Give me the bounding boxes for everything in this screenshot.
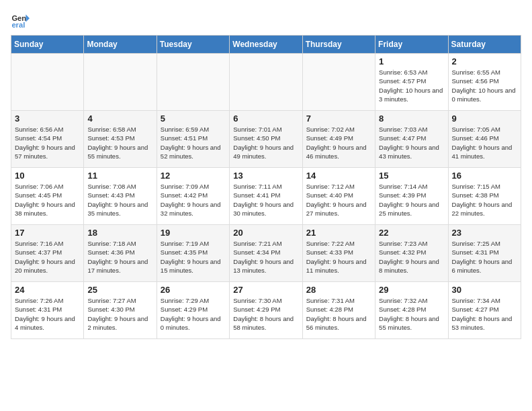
day-number: 18 bbox=[87, 228, 152, 238]
logo: Gen eral bbox=[11, 11, 32, 30]
day-cell: 5Sunrise: 6:59 AM Sunset: 4:51 PM Daylig… bbox=[157, 111, 229, 168]
day-number: 4 bbox=[87, 113, 152, 124]
day-info: Sunrise: 6:58 AM Sunset: 4:53 PM Dayligh… bbox=[87, 125, 152, 161]
day-cell: 3Sunrise: 6:56 AM Sunset: 4:54 PM Daylig… bbox=[11, 111, 84, 168]
day-info: Sunrise: 7:27 AM Sunset: 4:30 PM Dayligh… bbox=[87, 296, 152, 332]
day-info: Sunrise: 7:34 AM Sunset: 4:27 PM Dayligh… bbox=[452, 296, 517, 332]
day-number: 17 bbox=[15, 228, 80, 238]
day-number: 20 bbox=[233, 228, 298, 238]
day-info: Sunrise: 7:29 AM Sunset: 4:29 PM Dayligh… bbox=[161, 296, 226, 332]
day-number: 21 bbox=[306, 228, 371, 238]
day-info: Sunrise: 7:23 AM Sunset: 4:32 PM Dayligh… bbox=[379, 239, 444, 275]
day-number: 3 bbox=[15, 113, 80, 124]
day-cell bbox=[302, 54, 375, 111]
day-cell: 4Sunrise: 6:58 AM Sunset: 4:53 PM Daylig… bbox=[84, 111, 157, 168]
day-number: 1 bbox=[379, 56, 444, 66]
day-number: 30 bbox=[452, 285, 517, 295]
day-number: 25 bbox=[87, 285, 152, 295]
day-cell: 8Sunrise: 7:03 AM Sunset: 4:47 PM Daylig… bbox=[375, 111, 448, 168]
day-cell bbox=[11, 54, 84, 111]
day-cell: 13Sunrise: 7:11 AM Sunset: 4:41 PM Dayli… bbox=[230, 168, 302, 225]
day-info: Sunrise: 6:59 AM Sunset: 4:51 PM Dayligh… bbox=[161, 125, 226, 161]
day-cell: 15Sunrise: 7:14 AM Sunset: 4:39 PM Dayli… bbox=[375, 168, 448, 225]
day-info: Sunrise: 7:25 AM Sunset: 4:31 PM Dayligh… bbox=[452, 239, 517, 275]
day-cell: 16Sunrise: 7:15 AM Sunset: 4:38 PM Dayli… bbox=[448, 168, 521, 225]
day-info: Sunrise: 7:18 AM Sunset: 4:36 PM Dayligh… bbox=[87, 239, 152, 275]
header-row: SundayMondayTuesdayWednesdayThursdayFrid… bbox=[11, 36, 521, 54]
day-number: 11 bbox=[87, 171, 152, 181]
day-cell: 6Sunrise: 7:01 AM Sunset: 4:50 PM Daylig… bbox=[230, 111, 302, 168]
header: Gen eral bbox=[11, 11, 521, 30]
day-cell: 26Sunrise: 7:29 AM Sunset: 4:29 PM Dayli… bbox=[157, 282, 229, 339]
day-number: 14 bbox=[306, 171, 371, 181]
svg-marker-2 bbox=[26, 15, 30, 22]
day-number: 27 bbox=[233, 285, 298, 295]
day-cell: 23Sunrise: 7:25 AM Sunset: 4:31 PM Dayli… bbox=[448, 225, 521, 282]
header-cell-sunday: Sunday bbox=[11, 36, 84, 54]
day-number: 9 bbox=[452, 113, 517, 124]
day-info: Sunrise: 7:30 AM Sunset: 4:29 PM Dayligh… bbox=[233, 296, 298, 332]
day-info: Sunrise: 6:56 AM Sunset: 4:54 PM Dayligh… bbox=[15, 125, 80, 161]
day-cell: 11Sunrise: 7:08 AM Sunset: 4:43 PM Dayli… bbox=[84, 168, 157, 225]
day-cell: 19Sunrise: 7:19 AM Sunset: 4:35 PM Dayli… bbox=[157, 225, 229, 282]
day-cell: 1Sunrise: 6:53 AM Sunset: 4:57 PM Daylig… bbox=[375, 54, 448, 111]
day-number: 5 bbox=[161, 113, 226, 124]
day-info: Sunrise: 6:53 AM Sunset: 4:57 PM Dayligh… bbox=[379, 68, 444, 103]
header-cell-thursday: Thursday bbox=[302, 36, 375, 54]
day-number: 15 bbox=[379, 171, 444, 181]
day-cell: 14Sunrise: 7:12 AM Sunset: 4:40 PM Dayli… bbox=[302, 168, 375, 225]
day-number: 10 bbox=[15, 171, 80, 181]
day-cell: 24Sunrise: 7:26 AM Sunset: 4:31 PM Dayli… bbox=[11, 282, 84, 339]
day-cell: 12Sunrise: 7:09 AM Sunset: 4:42 PM Dayli… bbox=[157, 168, 229, 225]
header-cell-friday: Friday bbox=[375, 36, 448, 54]
day-number: 8 bbox=[379, 113, 444, 124]
day-number: 19 bbox=[161, 228, 226, 238]
day-number: 29 bbox=[379, 285, 444, 295]
day-cell: 17Sunrise: 7:16 AM Sunset: 4:37 PM Dayli… bbox=[11, 225, 84, 282]
day-info: Sunrise: 7:16 AM Sunset: 4:37 PM Dayligh… bbox=[15, 239, 80, 275]
day-cell: 30Sunrise: 7:34 AM Sunset: 4:27 PM Dayli… bbox=[448, 282, 521, 339]
day-cell: 22Sunrise: 7:23 AM Sunset: 4:32 PM Dayli… bbox=[375, 225, 448, 282]
day-info: Sunrise: 7:03 AM Sunset: 4:47 PM Dayligh… bbox=[379, 125, 444, 161]
day-info: Sunrise: 7:11 AM Sunset: 4:41 PM Dayligh… bbox=[233, 182, 298, 218]
day-cell bbox=[84, 54, 157, 111]
day-info: Sunrise: 7:21 AM Sunset: 4:34 PM Dayligh… bbox=[233, 239, 298, 275]
day-cell: 28Sunrise: 7:31 AM Sunset: 4:28 PM Dayli… bbox=[302, 282, 375, 339]
day-number: 23 bbox=[452, 228, 517, 238]
day-info: Sunrise: 7:32 AM Sunset: 4:28 PM Dayligh… bbox=[379, 296, 444, 332]
day-cell: 7Sunrise: 7:02 AM Sunset: 4:49 PM Daylig… bbox=[302, 111, 375, 168]
day-info: Sunrise: 7:05 AM Sunset: 4:46 PM Dayligh… bbox=[452, 125, 517, 161]
day-number: 7 bbox=[306, 113, 371, 124]
day-cell: 9Sunrise: 7:05 AM Sunset: 4:46 PM Daylig… bbox=[448, 111, 521, 168]
day-cell: 2Sunrise: 6:55 AM Sunset: 4:56 PM Daylig… bbox=[448, 54, 521, 111]
header-cell-monday: Monday bbox=[84, 36, 157, 54]
day-info: Sunrise: 7:15 AM Sunset: 4:38 PM Dayligh… bbox=[452, 182, 517, 218]
day-info: Sunrise: 7:12 AM Sunset: 4:40 PM Dayligh… bbox=[306, 182, 371, 218]
day-info: Sunrise: 7:08 AM Sunset: 4:43 PM Dayligh… bbox=[87, 182, 152, 218]
week-row-5: 24Sunrise: 7:26 AM Sunset: 4:31 PM Dayli… bbox=[11, 282, 521, 339]
week-row-3: 10Sunrise: 7:06 AM Sunset: 4:45 PM Dayli… bbox=[11, 168, 521, 225]
day-cell bbox=[157, 54, 229, 111]
day-info: Sunrise: 7:01 AM Sunset: 4:50 PM Dayligh… bbox=[233, 125, 298, 161]
day-cell: 27Sunrise: 7:30 AM Sunset: 4:29 PM Dayli… bbox=[230, 282, 302, 339]
day-cell: 10Sunrise: 7:06 AM Sunset: 4:45 PM Dayli… bbox=[11, 168, 84, 225]
day-info: Sunrise: 7:06 AM Sunset: 4:45 PM Dayligh… bbox=[15, 182, 80, 218]
week-row-2: 3Sunrise: 6:56 AM Sunset: 4:54 PM Daylig… bbox=[11, 111, 521, 168]
day-info: Sunrise: 7:22 AM Sunset: 4:33 PM Dayligh… bbox=[306, 239, 371, 275]
day-number: 12 bbox=[161, 171, 226, 181]
day-info: Sunrise: 7:09 AM Sunset: 4:42 PM Dayligh… bbox=[161, 182, 226, 218]
day-info: Sunrise: 6:55 AM Sunset: 4:56 PM Dayligh… bbox=[452, 68, 517, 103]
day-cell: 18Sunrise: 7:18 AM Sunset: 4:36 PM Dayli… bbox=[84, 225, 157, 282]
week-row-1: 1Sunrise: 6:53 AM Sunset: 4:57 PM Daylig… bbox=[11, 54, 521, 111]
day-number: 2 bbox=[452, 56, 517, 66]
day-info: Sunrise: 7:26 AM Sunset: 4:31 PM Dayligh… bbox=[15, 296, 80, 332]
day-info: Sunrise: 7:02 AM Sunset: 4:49 PM Dayligh… bbox=[306, 125, 371, 161]
week-row-4: 17Sunrise: 7:16 AM Sunset: 4:37 PM Dayli… bbox=[11, 225, 521, 282]
header-cell-saturday: Saturday bbox=[448, 36, 521, 54]
day-number: 28 bbox=[306, 285, 371, 295]
svg-text:eral: eral bbox=[11, 21, 25, 29]
day-cell: 29Sunrise: 7:32 AM Sunset: 4:28 PM Dayli… bbox=[375, 282, 448, 339]
day-number: 13 bbox=[233, 171, 298, 181]
day-number: 16 bbox=[452, 171, 517, 181]
day-number: 26 bbox=[161, 285, 226, 295]
